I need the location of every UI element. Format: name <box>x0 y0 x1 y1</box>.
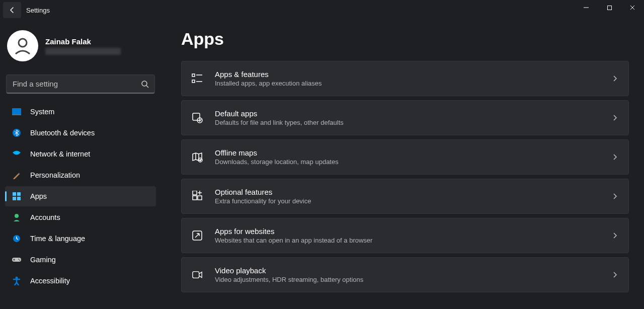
sidebar-item-apps[interactable]: Apps <box>5 186 156 206</box>
card-title: Optional features <box>215 188 599 196</box>
settings-cards: Apps & features Installed apps, app exec… <box>181 61 629 292</box>
search-wrap <box>6 74 155 94</box>
sidebar-item-system[interactable]: System <box>5 102 156 122</box>
minimize-button[interactable] <box>575 0 598 15</box>
svg-rect-7 <box>17 192 21 196</box>
close-button[interactable] <box>621 0 644 15</box>
card-default-apps[interactable]: Default apps Defaults for file and link … <box>181 100 629 135</box>
sidebar-item-gaming[interactable]: Gaming <box>5 250 156 270</box>
optional-features-icon <box>192 191 203 202</box>
sidebar-item-network[interactable]: Network & internet <box>5 144 156 164</box>
chevron-right-icon <box>611 232 618 239</box>
svg-rect-6 <box>13 192 16 196</box>
gaming-icon <box>12 255 21 264</box>
avatar <box>7 30 38 61</box>
sidebar-item-label: Gaming <box>30 256 56 264</box>
svg-rect-16 <box>192 74 195 76</box>
time-icon <box>12 234 21 243</box>
sidebar-item-personalization[interactable]: Personalization <box>5 165 156 185</box>
offline-maps-icon <box>192 151 203 163</box>
sidebar-item-bluetooth[interactable]: Bluetooth & devices <box>5 123 156 143</box>
svg-rect-23 <box>193 191 197 195</box>
card-apps-for-websites[interactable]: Apps for websites Websites that can open… <box>181 218 629 253</box>
chevron-right-icon <box>611 271 618 278</box>
search-input[interactable] <box>6 74 155 94</box>
network-icon <box>12 149 21 159</box>
sidebar-item-label: Accessibility <box>30 277 70 285</box>
sidebar-item-label: Network & internet <box>30 150 90 158</box>
svg-rect-22 <box>198 196 202 200</box>
close-icon <box>629 5 635 11</box>
card-title: Default apps <box>215 109 599 118</box>
back-button[interactable] <box>3 2 21 18</box>
svg-rect-0 <box>607 6 611 10</box>
card-offline-maps[interactable]: Offline maps Downloads, storage location… <box>181 139 629 175</box>
card-desc: Extra functionality for your device <box>215 197 599 205</box>
card-video-playback[interactable]: Video playback Video adjustments, HDR st… <box>181 257 629 292</box>
svg-point-1 <box>19 39 27 47</box>
page-title: Apps <box>181 29 629 49</box>
system-icon <box>12 107 21 116</box>
user-block[interactable]: Zainab Falak <box>5 26 156 70</box>
svg-point-2 <box>142 81 147 86</box>
sidebar-item-label: Time & language <box>30 235 85 243</box>
sidebar-item-accounts[interactable]: Accounts <box>5 207 156 227</box>
accessibility-icon <box>12 276 21 285</box>
sidebar-item-label: System <box>30 108 54 116</box>
bluetooth-icon <box>12 128 21 137</box>
card-desc: Defaults for file and link types, other … <box>215 119 599 126</box>
window-title: Settings <box>26 7 50 14</box>
svg-point-14 <box>19 260 20 261</box>
personalization-icon <box>12 171 21 180</box>
user-name: Zainab Falak <box>45 37 121 46</box>
card-apps-features[interactable]: Apps & features Installed apps, app exec… <box>181 61 629 96</box>
maximize-icon <box>607 5 612 11</box>
card-desc: Websites that can open in an app instead… <box>215 237 599 244</box>
maximize-button[interactable] <box>598 0 621 15</box>
card-desc: Downloads, storage location, map updates <box>215 158 599 166</box>
main-content: Apps Apps & features Installed apps, app… <box>161 20 644 309</box>
search-icon <box>141 80 149 88</box>
sidebar-item-accessibility[interactable]: Accessibility <box>5 271 156 291</box>
back-arrow-icon <box>8 6 16 14</box>
card-optional-features[interactable]: Optional features Extra functionality fo… <box>181 179 629 214</box>
nav-list: System Bluetooth & devices Network & int… <box>5 102 156 291</box>
minimize-icon <box>583 5 589 11</box>
accounts-icon <box>12 213 21 222</box>
svg-rect-17 <box>192 80 195 83</box>
chevron-right-icon <box>611 193 618 200</box>
default-apps-icon <box>192 112 203 123</box>
chevron-right-icon <box>611 75 618 82</box>
sidebar-item-label: Apps <box>30 192 47 200</box>
card-desc: Video adjustments, HDR streaming, batter… <box>215 276 599 283</box>
svg-rect-3 <box>12 108 21 114</box>
user-email-redacted <box>45 48 121 55</box>
card-title: Video playback <box>215 266 599 275</box>
chevron-right-icon <box>611 114 618 121</box>
chevron-right-icon <box>611 153 618 161</box>
sidebar-item-time[interactable]: Time & language <box>5 228 156 249</box>
svg-point-10 <box>15 214 19 218</box>
card-title: Offline maps <box>215 148 599 157</box>
window-controls <box>575 0 644 15</box>
svg-point-13 <box>18 259 19 260</box>
svg-rect-9 <box>17 197 21 200</box>
sidebar-item-label: Accounts <box>30 213 60 221</box>
svg-rect-25 <box>193 272 199 278</box>
sidebar: Zainab Falak System Bluetooth & devices … <box>0 20 161 309</box>
svg-rect-21 <box>193 196 197 200</box>
svg-rect-18 <box>193 113 200 120</box>
apps-icon <box>12 192 21 201</box>
sidebar-item-label: Personalization <box>30 171 80 179</box>
svg-rect-8 <box>13 197 16 200</box>
avatar-icon <box>13 36 33 56</box>
video-playback-icon <box>192 269 203 280</box>
svg-rect-4 <box>12 114 21 115</box>
sidebar-item-label: Bluetooth & devices <box>30 129 95 137</box>
titlebar: Settings <box>0 0 644 20</box>
card-desc: Installed apps, app execution aliases <box>215 80 599 87</box>
apps-for-websites-icon <box>192 230 203 241</box>
card-title: Apps & features <box>215 70 599 79</box>
card-title: Apps for websites <box>215 227 599 236</box>
apps-features-icon <box>192 73 203 84</box>
